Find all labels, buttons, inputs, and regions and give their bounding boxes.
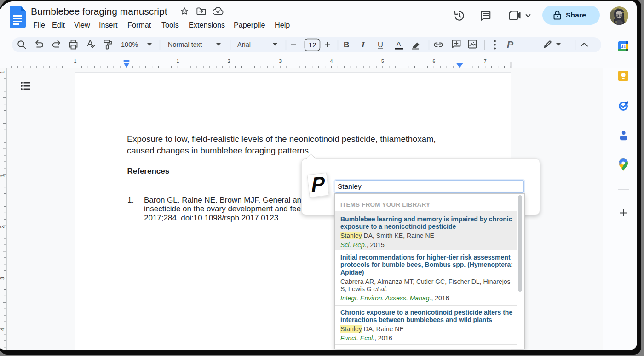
svg-text:31: 31 [621,44,626,49]
svg-text:B: B [344,40,349,49]
svg-text:6: 6 [432,58,435,64]
svg-text:4: 4 [0,328,5,331]
svg-text:5: 5 [381,58,384,64]
svg-text:3: 3 [279,58,282,64]
svg-text:3: 3 [0,277,5,280]
svg-text:100%: 100% [121,41,138,48]
svg-text:1: 1 [0,175,5,177]
svg-text:4: 4 [330,58,333,64]
svg-text:P: P [507,39,514,50]
svg-text:2: 2 [0,226,5,228]
svg-text:1: 1 [0,71,5,73]
svg-text:Normal text: Normal text [168,41,202,48]
svg-text:I: I [361,40,365,49]
svg-text:A: A [397,40,402,48]
svg-text:Arial: Arial [237,41,251,48]
svg-text:U: U [378,40,383,49]
svg-text:12: 12 [309,41,316,49]
svg-text:1: 1 [176,58,179,64]
svg-text:7: 7 [484,58,487,64]
svg-text:2: 2 [228,58,230,64]
svg-text:1: 1 [74,58,77,64]
